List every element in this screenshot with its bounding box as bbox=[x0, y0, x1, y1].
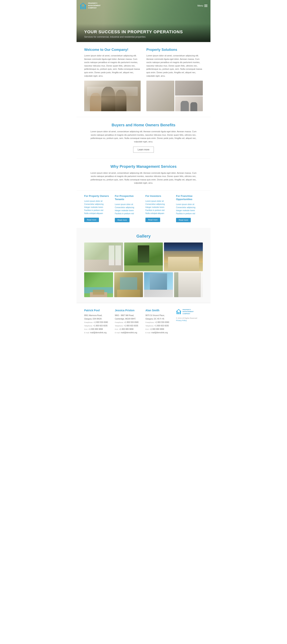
service-heading-2: For Investors bbox=[145, 194, 172, 198]
welcome-section: Welcome to Our Company! Lorem ipsum dolo… bbox=[77, 42, 210, 117]
service-link-2-1[interactable]: Consectetur adipiscing bbox=[145, 203, 172, 205]
service-link-2-4[interactable]: Nulla volutpat aliquam bbox=[145, 212, 172, 214]
learn-more-button[interactable]: Learn more bbox=[133, 146, 154, 153]
footer-name-1: Jessica Priston bbox=[115, 309, 142, 312]
footer-copyright: © 2015 All Rights Reserved bbox=[176, 317, 197, 320]
service-link-0-4[interactable]: Nulla volutpat aliquam bbox=[84, 212, 111, 214]
service-link-2-3[interactable]: Facilisis in pretium nisl bbox=[145, 209, 172, 211]
menu-button[interactable]: Menu bbox=[197, 4, 207, 7]
footer-freephone-label-2: Freephone: +1 800 559 6580 bbox=[145, 321, 172, 324]
gallery-item-3[interactable] bbox=[164, 242, 203, 271]
footer-privacy-link[interactable]: Privacy Policy bbox=[176, 320, 187, 322]
logo-text: PROPERTY MANAGEMENT COMPANY bbox=[88, 2, 101, 9]
hero-title: YOUR SUCCESS IN PROPERTY OPERATIONS bbox=[84, 30, 203, 34]
gallery-item-5[interactable] bbox=[114, 272, 143, 297]
service-link-1-2[interactable]: Integer molestie lorem bbox=[115, 210, 142, 212]
read-more-button-2[interactable]: Read more bbox=[145, 218, 160, 222]
gallery-item-7[interactable] bbox=[174, 272, 203, 297]
footer-email-label-2: E-mail: mail@demolink.org bbox=[145, 331, 172, 334]
footer-freephone-label-0: Freephone: +1 800 559 6580 bbox=[84, 321, 111, 324]
welcome-col: Welcome to Our Company! Lorem ipsum dolo… bbox=[84, 48, 141, 111]
gallery-row-1 bbox=[84, 242, 203, 271]
solutions-photo-1 bbox=[146, 81, 174, 111]
footer-telephone-label-0: Telephone: +1 800 603 6035 bbox=[84, 324, 111, 328]
read-more-button-1[interactable]: Read more bbox=[115, 218, 130, 222]
welcome-photo bbox=[84, 81, 141, 111]
gallery-item-2[interactable] bbox=[124, 242, 163, 271]
solutions-heading: Property Solutions bbox=[146, 48, 203, 52]
solutions-text: Lorem ipsum dolor sit amet, consectetuer… bbox=[146, 54, 203, 78]
why-section: Why Property Management Services Lorem i… bbox=[77, 158, 210, 190]
svg-rect-3 bbox=[177, 311, 178, 314]
hero-overlay: YOUR SUCCESS IN PROPERTY OPERATIONS Serv… bbox=[77, 24, 210, 42]
solutions-photo-2 bbox=[175, 81, 203, 96]
service-link-2-0[interactable]: Lorem ipsum dolor sit bbox=[145, 200, 172, 202]
footer: Patrick Pool 8901 Marmora Road, Glasgow,… bbox=[77, 303, 210, 340]
footer-name-0: Patrick Pool bbox=[84, 309, 111, 312]
service-link-2-2[interactable]: Integer molestie lorem bbox=[145, 206, 172, 208]
read-more-button-3[interactable]: Read more bbox=[176, 218, 191, 222]
service-heading-1: For Prospective Tenants bbox=[115, 194, 142, 201]
footer-name-2: Alan Smith bbox=[145, 309, 172, 312]
footer-fax-label-1: FAX: +1 800 889 9898 bbox=[115, 328, 142, 331]
services-grid: For Property Owners Lorem ipsum dolor si… bbox=[84, 194, 203, 222]
why-text: Lorem ipsum dolor sit amet, consectetuer… bbox=[88, 172, 199, 185]
footer-logo-col: PROPERTY MANAGEMENT COMPANY © 2015 All R… bbox=[176, 309, 203, 334]
buyers-heading: Buyers and Home Owners Benefits bbox=[84, 123, 203, 127]
footer-fax-label-2: FAX: +1 800 889 9898 bbox=[145, 328, 172, 331]
hero-subtitle: Services for commercial, industrial and … bbox=[84, 36, 203, 38]
service-link-1-3[interactable]: Facilisis in pretium nisl bbox=[115, 212, 142, 214]
buyers-text: Lorem ipsum dolor sit amet, consectetuer… bbox=[88, 130, 199, 143]
footer-address-1: 9863 - 9867 Mill Road, bbox=[115, 314, 142, 317]
service-link-1-0[interactable]: Lorem ipsum dolor sit bbox=[115, 203, 142, 206]
gallery-item-1[interactable] bbox=[84, 242, 123, 271]
svg-rect-0 bbox=[80, 5, 82, 9]
read-more-button-0[interactable]: Read more bbox=[84, 218, 99, 222]
footer-telephone-label-1: Telephone: +1 800 603 6035 bbox=[115, 324, 142, 328]
footer-telephone-label-2: Telephone: +1 800 603 6035 bbox=[145, 324, 172, 328]
two-col-intro: Welcome to Our Company! Lorem ipsum dolo… bbox=[84, 48, 203, 111]
service-investors: For Investors Lorem ipsum dolor sit Cons… bbox=[145, 194, 172, 222]
service-prospective-tenants: For Prospective Tenants Lorem ipsum dolo… bbox=[115, 194, 142, 222]
service-link-3-1[interactable]: Consectetur adipiscing bbox=[176, 206, 203, 208]
footer-city-1: Cambridge, MG09 99HT. bbox=[115, 317, 142, 321]
service-link-1-1[interactable]: Consectetur adipiscing bbox=[115, 206, 142, 208]
hero-section: PROPERTY MANAGEMENT COMPANY Menu YOUR SU… bbox=[77, 0, 210, 42]
footer-contact-2: Alan Smith 9870 St Vincent Place, Glasgo… bbox=[145, 309, 172, 334]
logo[interactable]: PROPERTY MANAGEMENT COMPANY bbox=[80, 2, 101, 9]
gallery-item-4[interactable] bbox=[84, 272, 113, 297]
solutions-photo-3 bbox=[175, 96, 203, 111]
service-link-3-0[interactable]: Lorem ipsum dolor sit bbox=[176, 203, 203, 206]
service-link-3-3[interactable]: Facilisis in pretium nisl bbox=[176, 212, 203, 214]
service-link-0-0[interactable]: Lorem ipsum dolor sit bbox=[84, 200, 111, 202]
service-link-0-2[interactable]: Integer molestie lorem bbox=[84, 206, 111, 208]
gallery-heading: Gallery bbox=[84, 234, 203, 239]
footer-address-0: 8901 Marmora Road, bbox=[84, 314, 111, 317]
service-link-0-1[interactable]: Consectetur adipiscing bbox=[84, 203, 111, 205]
footer-address-2: 9870 St Vincent Place, bbox=[145, 314, 172, 317]
svg-rect-5 bbox=[178, 312, 179, 314]
why-heading: Why Property Management Services bbox=[84, 164, 203, 169]
footer-logo-icon bbox=[176, 309, 181, 315]
footer-contact-0: Patrick Pool 8901 Marmora Road, Glasgow,… bbox=[84, 309, 111, 334]
svg-rect-1 bbox=[85, 5, 86, 9]
service-heading-3: For Franchise Opportunities bbox=[176, 194, 203, 201]
service-heading-0: For Property Owners bbox=[84, 194, 111, 198]
gallery-row-2 bbox=[84, 272, 203, 297]
footer-city-0: Glasgow, D04 89GR. bbox=[84, 317, 111, 321]
service-property-owners: For Property Owners Lorem ipsum dolor si… bbox=[84, 194, 111, 222]
svg-rect-2 bbox=[82, 6, 84, 9]
navbar: PROPERTY MANAGEMENT COMPANY Menu bbox=[77, 0, 210, 12]
service-link-3-2[interactable]: Integer molestie lorem bbox=[176, 210, 203, 212]
welcome-text: Lorem ipsum dolor sit amet, consectetuer… bbox=[84, 54, 141, 78]
solutions-col: Property Solutions Lorem ipsum dolor sit… bbox=[146, 48, 203, 111]
hamburger-icon bbox=[204, 4, 207, 7]
footer-city-2: Glasgow, DC 45 Fr 45 bbox=[145, 317, 172, 321]
service-franchise: For Franchise Opportunities Lorem ipsum … bbox=[176, 194, 203, 222]
footer-logo[interactable]: PROPERTY MANAGEMENT COMPANY bbox=[176, 309, 194, 315]
welcome-heading: Welcome to Our Company! bbox=[84, 48, 141, 52]
service-link-0-3[interactable]: Facilisis in pretium nisl bbox=[84, 209, 111, 211]
gallery-item-6[interactable] bbox=[144, 272, 173, 297]
svg-rect-4 bbox=[180, 311, 181, 314]
footer-logo-text: PROPERTY MANAGEMENT COMPANY bbox=[182, 309, 194, 315]
